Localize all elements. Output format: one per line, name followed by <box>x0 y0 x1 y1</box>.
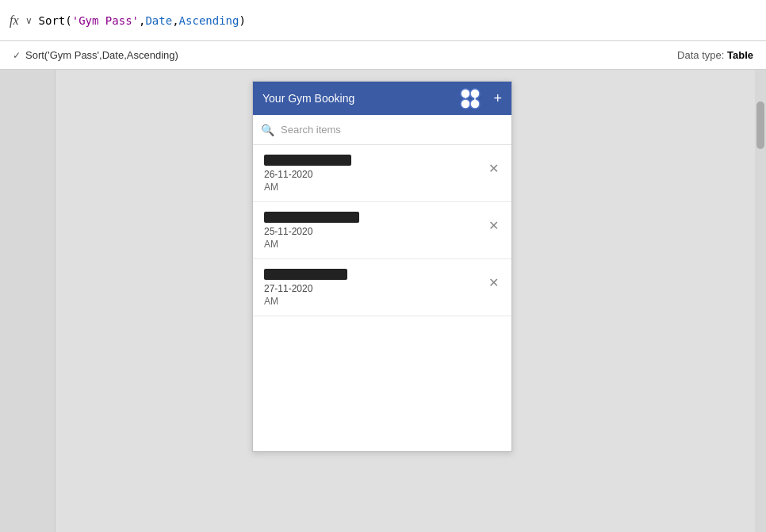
scrollbar-thumb[interactable] <box>756 101 764 149</box>
item-delete-button-1[interactable]: ✕ <box>485 159 502 178</box>
gallery-title: Your Gym Booking <box>262 92 455 105</box>
gallery-item: 25-11-2020 AM ✕ <box>253 202 511 259</box>
gallery-search[interactable]: 🔍 Search items <box>253 115 511 145</box>
gallery-header-icons: + <box>455 86 502 110</box>
formula-bar: fx ∨ Sort('Gym Pass',Date,Ascending) <box>0 0 766 41</box>
search-placeholder-text: Search items <box>281 124 341 136</box>
item-delete-button-3[interactable]: ✕ <box>485 274 502 292</box>
gallery-add-button[interactable]: + <box>493 90 502 107</box>
suggestion-text: Sort('Gym Pass',Date,Ascending) <box>25 49 178 61</box>
gallery-empty-area <box>253 316 511 451</box>
sort-handle-icon[interactable] <box>455 86 485 110</box>
fx-icon: fx <box>10 13 19 28</box>
svg-point-2 <box>461 99 470 109</box>
item-name-1 <box>264 155 351 166</box>
suggestion-checkmark: ✓ <box>13 50 21 61</box>
item-date-1: 26-11-2020 <box>264 169 485 180</box>
suggestion-bar: ✓ Sort('Gym Pass',Date,Ascending) Data t… <box>0 41 766 70</box>
item-time-2: AM <box>264 239 485 250</box>
item-name-2 <box>264 212 359 223</box>
suggestion-item[interactable]: ✓ Sort('Gym Pass',Date,Ascending) <box>13 49 178 61</box>
canvas-area: Your Gym Booking + 🔍 Search items <box>0 70 766 532</box>
gallery-item: 26-11-2020 AM ✕ <box>253 145 511 202</box>
item-content-3: 27-11-2020 AM <box>264 267 485 307</box>
right-scrollbar[interactable] <box>755 70 766 532</box>
item-content-2: 25-11-2020 AM <box>264 210 485 250</box>
item-date-3: 27-11-2020 <box>264 283 485 294</box>
item-time-1: AM <box>264 182 485 193</box>
item-date-2: 25-11-2020 <box>264 226 485 237</box>
formula-input[interactable]: Sort('Gym Pass',Date,Ascending) <box>39 14 756 27</box>
item-delete-button-2[interactable]: ✕ <box>485 216 502 235</box>
gallery-header: Your Gym Booking + <box>253 82 511 115</box>
search-icon: 🔍 <box>261 124 274 136</box>
item-name-3 <box>264 269 347 280</box>
left-panel <box>0 70 56 532</box>
gallery-item: 27-11-2020 AM ✕ <box>253 259 511 316</box>
fx-chevron[interactable]: ∨ <box>25 15 33 26</box>
item-content-1: 26-11-2020 AM <box>264 153 485 193</box>
item-time-3: AM <box>264 296 485 307</box>
data-type-label: Data type: Table <box>677 49 753 61</box>
gallery-widget: Your Gym Booking + 🔍 Search items <box>252 81 512 452</box>
